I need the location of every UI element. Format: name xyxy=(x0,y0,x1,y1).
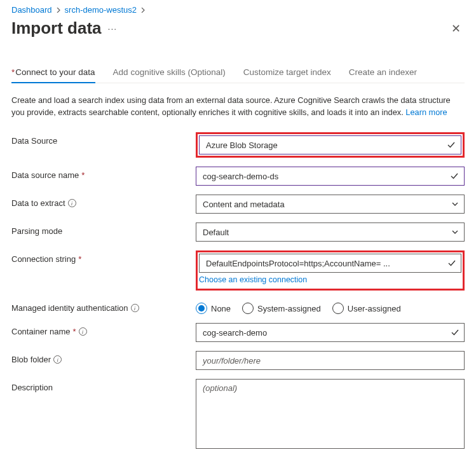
label-data-to-extract: Data to extract i xyxy=(11,195,196,208)
checkmark-icon xyxy=(451,328,459,337)
parsing-mode-select[interactable]: Default xyxy=(196,223,465,242)
intro-text: Create and load a search index using dat… xyxy=(11,95,465,118)
page-title: Import data xyxy=(11,18,102,38)
tab-connect-data[interactable]: *Connect to your data xyxy=(11,64,95,83)
checkmark-icon xyxy=(447,259,456,268)
label-blob-folder: Blob folder i xyxy=(11,351,196,364)
close-icon[interactable]: ✕ xyxy=(447,19,465,38)
blob-folder-input[interactable]: your/folder/here xyxy=(196,351,465,370)
wizard-tabs: *Connect to your data Add cognitive skil… xyxy=(11,64,465,83)
learn-more-link[interactable]: Learn more xyxy=(405,107,447,117)
label-container-name: Container name* i xyxy=(11,323,196,336)
tab-create-indexer[interactable]: Create an indexer xyxy=(349,64,417,83)
description-textarea[interactable]: (optional) xyxy=(196,379,465,449)
label-connection-string: Connection string* xyxy=(11,250,196,264)
data-source-name-input[interactable]: cog-search-demo-ds xyxy=(196,167,465,186)
highlight-connection-string: DefaultEndpointsProtocol=https;AccountNa… xyxy=(196,250,465,291)
description-placeholder: (optional) xyxy=(203,383,237,393)
chevron-right-icon xyxy=(56,6,61,14)
data-source-select[interactable]: Azure Blob Storage xyxy=(199,135,461,154)
choose-existing-connection-link[interactable]: Choose an existing connection xyxy=(199,275,307,284)
chevron-right-icon xyxy=(140,6,146,14)
data-source-value: Azure Blob Storage xyxy=(206,140,278,150)
parsing-mode-value: Default xyxy=(203,228,229,237)
checkmark-icon xyxy=(447,140,456,149)
info-icon[interactable]: i xyxy=(53,355,62,364)
tab-cognitive-skills[interactable]: Add cognitive skills (Optional) xyxy=(113,64,226,83)
data-to-extract-value: Content and metadata xyxy=(203,200,285,209)
info-icon[interactable]: i xyxy=(79,327,87,336)
label-data-source: Data Source xyxy=(11,132,196,146)
label-description: Description xyxy=(11,379,196,392)
label-managed-identity: Managed identity authentication i xyxy=(11,299,196,313)
container-name-input[interactable]: cog-search-demo xyxy=(196,323,465,342)
breadcrumb: Dashboard srch-demo-westus2 xyxy=(11,5,465,15)
chevron-down-icon xyxy=(451,228,459,236)
managed-identity-radios: None System-assigned User-assigned xyxy=(196,299,465,314)
highlight-data-source: Azure Blob Storage xyxy=(196,132,465,158)
data-source-name-value: cog-search-demo-ds xyxy=(203,172,278,181)
container-name-value: cog-search-demo xyxy=(203,328,267,338)
label-parsing-mode: Parsing mode xyxy=(11,223,196,236)
checkmark-icon xyxy=(450,172,459,181)
radio-none[interactable]: None xyxy=(196,303,231,314)
breadcrumb-dashboard[interactable]: Dashboard xyxy=(11,5,52,15)
label-data-source-name: Data source name* xyxy=(11,167,196,180)
tab-customize-index[interactable]: Customize target index xyxy=(243,64,331,83)
info-icon[interactable]: i xyxy=(131,304,139,312)
more-actions-button[interactable]: ··· xyxy=(108,24,118,34)
radio-user-assigned[interactable]: User-assigned xyxy=(332,303,401,314)
data-to-extract-select[interactable]: Content and metadata xyxy=(196,195,465,214)
connection-string-input[interactable]: DefaultEndpointsProtocol=https;AccountNa… xyxy=(199,254,461,273)
connection-string-value: DefaultEndpointsProtocol=https;AccountNa… xyxy=(206,259,390,268)
radio-system-assigned[interactable]: System-assigned xyxy=(242,303,321,314)
info-icon[interactable]: i xyxy=(68,199,76,207)
breadcrumb-resource[interactable]: srch-demo-westus2 xyxy=(65,5,137,15)
chevron-down-icon xyxy=(451,200,459,208)
blob-folder-placeholder: your/folder/here xyxy=(203,356,261,366)
